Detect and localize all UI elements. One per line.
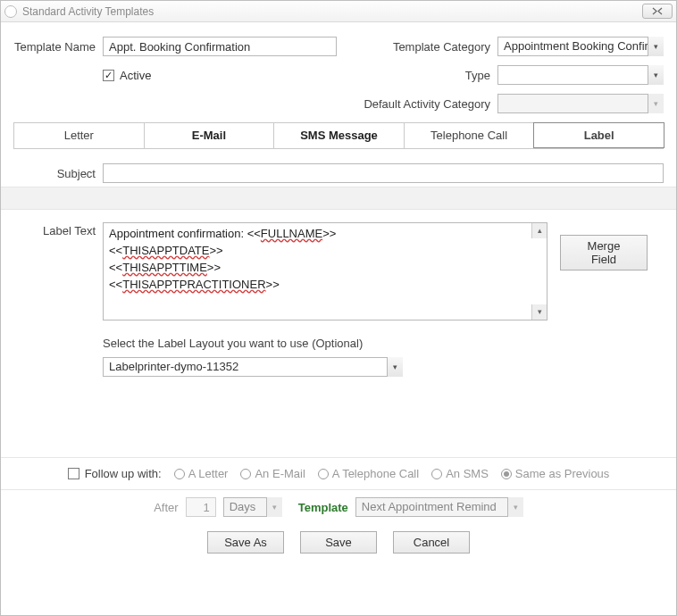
tab-telephone[interactable]: Telephone Call xyxy=(404,122,535,148)
window-close-button[interactable] xyxy=(642,4,673,19)
active-label: Active xyxy=(120,69,151,82)
default-activity-category-value xyxy=(497,94,664,113)
active-checkbox[interactable]: ✓ Active xyxy=(103,69,337,82)
subject-input[interactable] xyxy=(103,163,664,183)
followup-checkbox[interactable]: Follow up with: xyxy=(68,467,162,480)
radio-icon xyxy=(318,469,329,479)
radio-icon xyxy=(240,469,251,479)
label-text-line4: <<THISAPPTPRACTITIONER>> xyxy=(109,276,529,293)
default-activity-category-select[interactable]: ▾ xyxy=(497,94,664,113)
label-pane: Label Text Appointment confirmation: <<F… xyxy=(1,210,676,380)
scroll-down-icon[interactable]: ▾ xyxy=(531,304,547,320)
merge-token: THISAPPTTIME xyxy=(122,261,207,274)
template-category-label: Template Category xyxy=(337,40,497,54)
after-row: After Days ▾ Template Next Appointment R… xyxy=(1,490,676,517)
window-title: Standard Activity Templates xyxy=(22,5,642,18)
template-category-select[interactable]: Appointment Booking Confirmat ▾ xyxy=(497,37,664,56)
followup-radio-same[interactable]: Same as Previous xyxy=(501,467,610,480)
template-name-input[interactable] xyxy=(103,37,337,56)
merge-token: THISAPPTPRACTITIONER xyxy=(122,278,265,291)
chevron-down-icon: ▾ xyxy=(266,497,282,517)
chevron-down-icon: ▾ xyxy=(648,94,664,113)
after-input[interactable] xyxy=(186,497,216,517)
merge-token: FULLNAME xyxy=(261,227,322,240)
label-text-textarea[interactable]: Appointment confirmation: <<FULLNAME>> <… xyxy=(103,222,547,320)
spacer xyxy=(1,380,676,457)
type-label: Type xyxy=(337,69,497,82)
followup-radio-email[interactable]: An E-Mail xyxy=(240,467,305,480)
window-frame: Standard Activity Templates Template Nam… xyxy=(0,0,677,616)
tab-sms[interactable]: SMS Message xyxy=(273,122,405,148)
subject-pane: Subject xyxy=(1,154,676,187)
radio-icon xyxy=(174,469,185,479)
radio-icon xyxy=(431,469,442,479)
tab-email[interactable]: E-Mail xyxy=(144,122,275,148)
footer-buttons: Save As Save Cancel xyxy=(1,517,676,562)
label-layout-value: Labelprinter-dymo-11352 xyxy=(103,357,403,377)
checkbox-mark-icon: ✓ xyxy=(103,70,114,81)
chevron-down-icon: ▾ xyxy=(507,497,523,517)
template-label: Template xyxy=(298,501,348,514)
titlebar: Standard Activity Templates xyxy=(1,1,676,22)
followup-template-select[interactable]: Next Appointment Remind ▾ xyxy=(355,497,523,517)
after-label: After xyxy=(154,501,178,514)
chevron-down-icon: ▾ xyxy=(387,357,403,377)
after-unit-select[interactable]: Days ▾ xyxy=(223,497,282,517)
subject-label: Subject xyxy=(13,167,103,180)
type-value xyxy=(497,65,664,85)
template-category-value: Appointment Booking Confirmat xyxy=(497,37,664,56)
followup-radio-letter[interactable]: A Letter xyxy=(174,467,229,480)
followup-radio-telephone[interactable]: A Telephone Call xyxy=(318,467,419,480)
template-name-label: Template Name xyxy=(13,40,103,54)
chevron-down-icon: ▾ xyxy=(648,37,664,56)
chevron-down-icon: ▾ xyxy=(648,65,664,85)
radio-icon xyxy=(501,469,512,479)
followup-bar: Follow up with: A Letter An E-Mail A Tel… xyxy=(1,457,676,490)
merge-token: THISAPPTDATE xyxy=(122,244,209,257)
tab-strip: Letter E-Mail SMS Message Telephone Call… xyxy=(13,122,664,149)
followup-template-value: Next Appointment Remind xyxy=(355,497,523,517)
label-text-label: Label Text xyxy=(13,222,103,320)
save-button[interactable]: Save xyxy=(300,531,377,554)
label-text-line3: <<THISAPPTTIME>> xyxy=(109,259,529,276)
followup-radio-sms[interactable]: An SMS xyxy=(431,467,489,480)
default-activity-category-label: Default Activity Category xyxy=(13,97,497,111)
merge-field-button[interactable]: Merge Field xyxy=(560,235,648,271)
cancel-button[interactable]: Cancel xyxy=(393,531,470,554)
type-select[interactable]: ▾ xyxy=(497,65,664,85)
tab-label[interactable]: Label xyxy=(533,122,664,148)
label-layout-hint: Select the Label Layout you want to use … xyxy=(103,337,664,350)
checkbox-empty-icon xyxy=(68,468,79,479)
followup-label: Follow up with: xyxy=(85,467,162,480)
tab-letter[interactable]: Letter xyxy=(13,122,145,148)
save-as-button[interactable]: Save As xyxy=(207,531,284,554)
app-icon xyxy=(4,5,17,18)
scroll-up-icon[interactable]: ▴ xyxy=(531,223,547,238)
label-text-line1: Appointment confirmation: <<FULLNAME>> xyxy=(109,225,529,242)
separator-strip xyxy=(1,187,676,210)
label-layout-select[interactable]: Labelprinter-dymo-11352 ▾ xyxy=(103,357,403,377)
header-form: Template Name Template Category Appointm… xyxy=(1,22,676,154)
label-text-line2: <<THISAPPTDATE>> xyxy=(109,242,529,259)
